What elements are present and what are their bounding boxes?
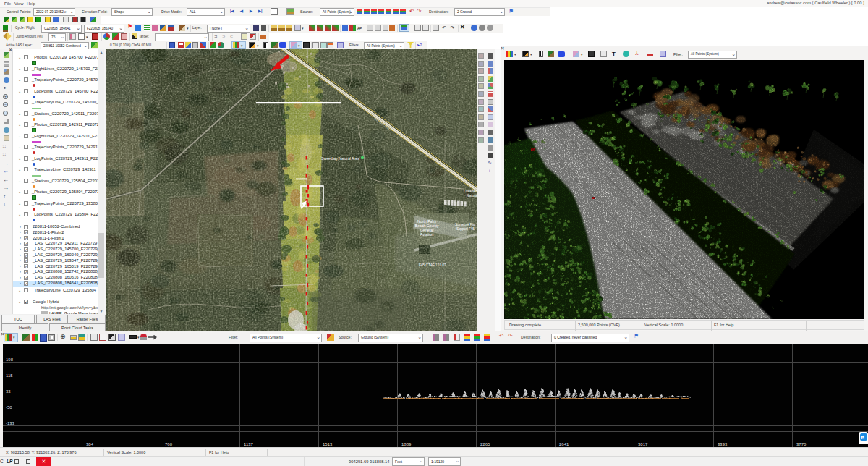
svg-text:Support F45: Support F45 [456,227,475,231]
svg-text:-133: -133 [6,421,15,425]
svg-text:Natura: Natura [467,194,477,198]
svg-text:Loxahatchee: Loxahatchee [464,190,477,193]
svg-text:Signature Flig: Signature Flig [455,223,475,226]
svg-text:1889: 1889 [401,442,412,446]
svg-text:760: 760 [165,442,173,446]
svg-text:2641: 2641 [559,442,569,446]
svg-text:115: 115 [6,373,13,378]
svg-text:198: 198 [6,357,14,362]
svg-text:-50: -50 [6,405,12,410]
svg-text:F45 CTAF 123.07: F45 CTAF 123.07 [419,263,446,267]
svg-text:1513: 1513 [323,442,333,446]
svg-text:1137: 1137 [244,442,254,446]
svg-text:Aviation: Aviation [420,232,433,237]
svg-text:33: 33 [6,389,11,394]
svg-text:384: 384 [86,442,94,446]
svg-text:3017: 3017 [638,442,648,446]
svg-text:2265: 2265 [480,442,490,446]
svg-text:3770: 3770 [796,442,807,446]
svg-text:Sweetbay Natural Area: Sweetbay Natural Area [321,156,359,161]
svg-text:3393: 3393 [718,442,728,446]
